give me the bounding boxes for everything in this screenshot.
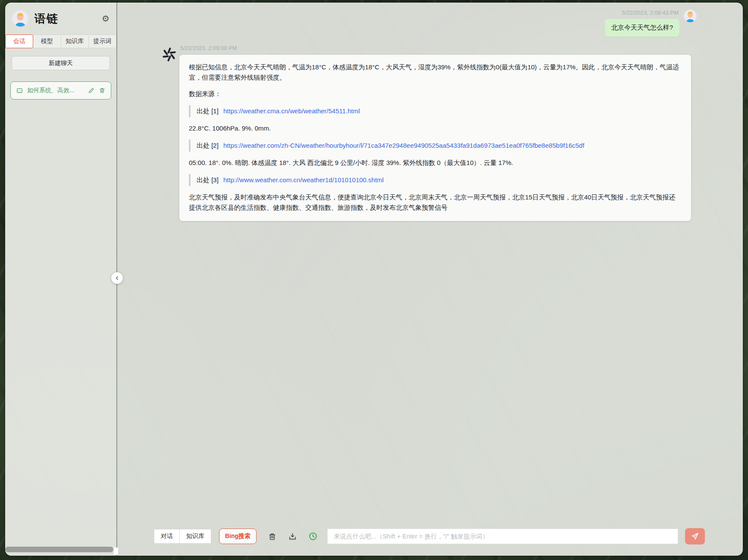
mode-segmented-buttons: 对话 知识库 xyxy=(154,529,211,544)
person-avatar-icon xyxy=(684,9,697,22)
assistant-message-row: 5/22/2023, 2:09:08 PM 根据已知信息，北京今天天气晴朗，气温… xyxy=(161,45,691,221)
assistant-intro-paragraph: 根据已知信息，北京今天天气晴朗，气温为18°C，体感温度为18°C，大风天气，湿… xyxy=(189,62,682,83)
chat-area: 5/22/2023, 2:08:43 PM 北京今天天气怎么样? xyxy=(117,3,743,556)
sidebar-collapse-button[interactable] xyxy=(111,272,123,284)
user-avatar xyxy=(684,9,697,22)
mode-chat-button[interactable]: 对话 xyxy=(154,529,180,544)
history-clock-icon[interactable] xyxy=(308,532,318,541)
tab-conversations[interactable]: 会话 xyxy=(5,34,33,48)
download-export-icon[interactable] xyxy=(288,532,297,541)
chat-bubble-icon xyxy=(16,87,23,94)
citation-note-2: 05:00. 18°. 0%. 晴朗. 体感温度 18°. 大风 西北偏北 9 … xyxy=(189,158,682,168)
settings-gear-icon[interactable]: ⚙ xyxy=(102,14,110,23)
composer-bar: 对话 知识库 Bing搜索 xyxy=(154,528,705,544)
citation-link[interactable]: https://weather.com/zh-CN/weather/hourby… xyxy=(223,142,584,149)
sources-label: 数据来源： xyxy=(189,89,682,99)
message-input[interactable] xyxy=(327,529,678,544)
citation-blockquote-3: 出处 [3] http://www.weather.com.cn/weather… xyxy=(189,174,682,186)
conversation-title: 如何系统、高效... xyxy=(27,87,84,94)
delete-trash-icon[interactable] xyxy=(99,87,106,94)
user-message-bubble: 北京今天天气怎么样? xyxy=(605,19,679,37)
citation-ref: 出处 [3] xyxy=(197,176,219,184)
sidebar: 语链 ⚙ 会话 模型 知识库 提示词 新建聊天 如何系统、高效... xyxy=(5,3,116,556)
citation-note-1: 22.8°C. 1006hPa. 9%. 0mm. xyxy=(189,123,682,134)
citation-link[interactable]: http://www.weather.com.cn/weather1d/1010… xyxy=(223,176,384,184)
edit-pencil-icon[interactable] xyxy=(88,87,95,94)
person-avatar-icon xyxy=(12,10,28,27)
conversation-list-item[interactable]: 如何系统、高效... xyxy=(10,81,111,100)
tab-knowledge-base[interactable]: 知识库 xyxy=(61,34,89,48)
assistant-message-timestamp: 5/22/2023, 2:09:08 PM xyxy=(180,45,691,51)
profile-avatar[interactable] xyxy=(12,10,28,27)
citation-blockquote-2: 出处 [2] https://weather.com/zh-CN/weather… xyxy=(189,140,682,152)
new-chat-button[interactable]: 新建聊天 xyxy=(12,56,110,70)
app-title: 语链 xyxy=(34,11,59,26)
user-message-timestamp: 5/22/2023, 2:08:43 PM xyxy=(622,9,679,16)
mode-knowledge-button[interactable]: 知识库 xyxy=(179,529,211,544)
scrollbar-corner xyxy=(114,548,118,555)
tab-models[interactable]: 模型 xyxy=(33,34,61,48)
clear-conversation-trash-icon[interactable] xyxy=(268,532,277,541)
send-button[interactable] xyxy=(685,528,705,544)
citation-link[interactable]: https://weather.cma.cn/web/weather/54511… xyxy=(223,107,360,115)
citation-ref: 出处 [1] xyxy=(197,107,219,115)
app-window: 语链 ⚙ 会话 模型 知识库 提示词 新建聊天 如何系统、高效... xyxy=(5,3,743,556)
tab-prompts[interactable]: 提示词 xyxy=(88,34,116,48)
citation-note-3: 北京天气预报，及时准确发布中央气象台天气信息，便捷查询北京今日天气，北京周末天气… xyxy=(189,192,682,213)
assistant-message-card: 根据已知信息，北京今天天气晴朗，气温为18°C，体感温度为18°C，大风天气，湿… xyxy=(179,55,691,221)
citation-blockquote-1: 出处 [1] https://weather.cma.cn/web/weathe… xyxy=(189,105,682,117)
chevron-left-icon xyxy=(114,275,120,281)
sidebar-header: 语链 ⚙ xyxy=(10,10,111,34)
paper-plane-icon xyxy=(691,532,699,541)
user-message-row: 5/22/2023, 2:08:43 PM 北京今天天气怎么样? xyxy=(605,9,697,37)
sidebar-horizontal-scrollbar[interactable] xyxy=(5,547,113,552)
sidebar-tabs: 会话 模型 知识库 提示词 xyxy=(5,34,116,48)
bing-search-toggle[interactable]: Bing搜索 xyxy=(219,529,257,544)
citation-ref: 出处 [2] xyxy=(197,142,219,149)
openai-logo-icon xyxy=(161,47,177,64)
